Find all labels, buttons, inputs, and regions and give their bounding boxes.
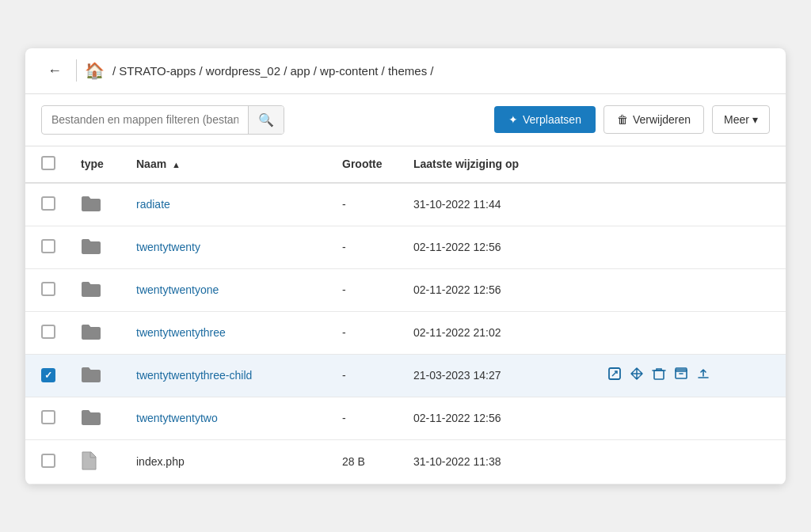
row-checkbox[interactable] [41, 410, 55, 424]
row-actions-cell [595, 183, 786, 226]
table-row: twentytwentythree-child-21-03-2023 14:27 [25, 354, 786, 397]
row-actions-cell [595, 354, 786, 397]
verplaatsen-button[interactable]: ✦ Verplaatsen [494, 106, 596, 133]
svg-rect-1 [654, 370, 664, 379]
trash-icon: 🗑 [617, 113, 628, 126]
folder-icon [81, 195, 101, 212]
search-input[interactable] [42, 107, 248, 132]
file-date: 02-11-2022 12:56 [401, 397, 595, 439]
move-icon[interactable] [630, 367, 644, 385]
folder-icon [81, 408, 101, 426]
file-table: type Naam ▲ Grootte Laatste wijziging op… [25, 146, 786, 484]
search-icon: 🔍 [258, 113, 274, 127]
col-type-header: type [68, 146, 124, 183]
file-icon [81, 451, 97, 470]
row-actions-cell [595, 439, 786, 484]
verwijderen-label: Verwijderen [633, 113, 691, 126]
row-checkbox[interactable] [41, 239, 55, 253]
row-actions-cell [595, 397, 786, 439]
file-name-link[interactable]: twentytwentythree [136, 326, 226, 339]
row-actions-cell [595, 268, 786, 311]
folder-icon [81, 323, 101, 340]
toolbar: 🔍 ✦ Verplaatsen 🗑 Verwijderen Meer ▾ [25, 94, 786, 146]
search-wrap: 🔍 [41, 105, 284, 135]
col-date-header: Laatste wijziging op [401, 146, 595, 183]
row-actions-cell [595, 311, 786, 354]
header-bar: ← 🏠 / STRATO-apps / wordpress_02 / app /… [25, 48, 786, 94]
table-header-row: type Naam ▲ Grootte Laatste wijziging op [25, 146, 786, 183]
file-date: 02-11-2022 12:56 [401, 268, 595, 311]
file-size: - [329, 183, 401, 226]
table-row: index.php28 B31-10-2022 11:38 [25, 439, 786, 484]
edit-icon[interactable] [607, 367, 622, 385]
file-name-text: index.php [136, 455, 185, 468]
breadcrumb: / STRATO-apps / wordpress_02 / app / wp-… [112, 64, 433, 78]
verwijderen-button[interactable]: 🗑 Verwijderen [603, 105, 704, 134]
table-row: twentytwentytwo-02-11-2022 12:56 [25, 397, 786, 439]
row-checkbox[interactable] [41, 368, 55, 382]
archive-icon[interactable] [674, 367, 688, 385]
meer-chevron-icon: ▾ [752, 113, 758, 126]
meer-button[interactable]: Meer ▾ [712, 105, 770, 134]
verplaatsen-plus-icon: ✦ [508, 113, 518, 126]
file-date: 21-03-2023 14:27 [401, 354, 595, 397]
folder-icon [81, 280, 101, 298]
table-row: twentytwentythree-02-11-2022 21:02 [25, 311, 786, 354]
folder-icon [81, 366, 101, 383]
table-row: radiate-31-10-2022 11:44 [25, 183, 786, 226]
file-size: - [329, 226, 401, 268]
table-row: twentytwenty-02-11-2022 12:56 [25, 226, 786, 268]
file-name-link[interactable]: twentytwenty [136, 241, 200, 253]
col-check-header [25, 146, 68, 183]
file-date: 31-10-2022 11:38 [401, 439, 595, 484]
file-size: - [329, 397, 401, 439]
file-date: 31-10-2022 11:44 [401, 183, 595, 226]
file-size: 28 B [329, 439, 401, 484]
upload-icon[interactable] [696, 367, 710, 385]
file-name-link[interactable]: twentytwentytwo [136, 412, 218, 424]
table-row: twentytwentyone-02-11-2022 12:56 [25, 268, 786, 311]
name-sort-icon: ▲ [172, 160, 181, 169]
row-actions-cell [595, 226, 786, 268]
home-icon[interactable]: 🏠 [85, 61, 105, 80]
file-name-link[interactable]: radiate [136, 198, 170, 211]
back-arrow-icon: ← [48, 63, 62, 79]
row-checkbox[interactable] [41, 454, 55, 468]
row-actions [607, 367, 773, 385]
back-button[interactable]: ← [41, 59, 68, 82]
file-name-link[interactable]: twentytwentythree-child [136, 369, 252, 382]
file-date: 02-11-2022 21:02 [401, 311, 595, 354]
file-name-link[interactable]: twentytwentyone [136, 283, 219, 296]
file-size: - [329, 311, 401, 354]
col-actions-header [595, 146, 786, 183]
row-checkbox[interactable] [41, 325, 55, 339]
header-divider [76, 59, 77, 82]
meer-label: Meer [724, 113, 749, 126]
search-button[interactable]: 🔍 [248, 106, 284, 134]
file-size: - [329, 354, 401, 397]
file-size: - [329, 268, 401, 311]
folder-icon [81, 238, 101, 255]
col-size-header: Grootte [329, 146, 401, 183]
col-name-header[interactable]: Naam ▲ [124, 146, 329, 183]
delete-icon[interactable] [652, 367, 666, 385]
row-checkbox[interactable] [41, 282, 55, 296]
row-checkbox[interactable] [41, 196, 55, 211]
file-date: 02-11-2022 12:56 [401, 226, 595, 268]
verplaatsen-label: Verplaatsen [523, 113, 581, 126]
select-all-checkbox[interactable] [41, 156, 55, 170]
